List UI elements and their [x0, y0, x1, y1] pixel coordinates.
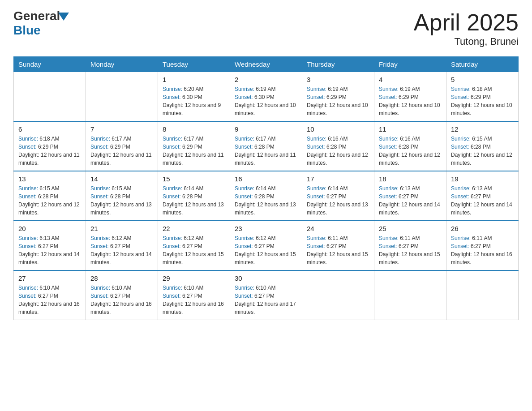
sunrise-value: 6:11 AM — [328, 235, 348, 241]
calendar-week-row: 20Sunrise: 6:13 AMSunset: 6:27 PMDayligh… — [14, 221, 519, 270]
calendar-day-cell: 27Sunrise: 6:10 AMSunset: 6:27 PMDayligh… — [14, 270, 86, 320]
day-info: Sunrise: 6:12 AMSunset: 6:27 PMDaylight:… — [163, 234, 225, 266]
day-info: Sunrise: 6:10 AMSunset: 6:27 PMDaylight:… — [18, 284, 81, 316]
calendar-day-cell: 21Sunrise: 6:12 AMSunset: 6:27 PMDayligh… — [86, 221, 158, 270]
day-info: Sunrise: 6:15 AMSunset: 6:28 PMDaylight:… — [451, 135, 514, 167]
day-info: Sunrise: 6:19 AMSunset: 6:30 PMDaylight:… — [235, 85, 297, 117]
day-number: 4 — [379, 76, 442, 83]
day-number: 22 — [163, 225, 225, 232]
page-header: General Blue April 2025 Tutong, Brunei — [13, 9, 519, 47]
sunset-label: Sunset: — [379, 193, 399, 200]
sunrise-value: 6:12 AM — [256, 235, 275, 241]
day-number: 13 — [18, 175, 81, 183]
weekday-header-saturday: Saturday — [446, 57, 519, 72]
calendar-week-row: 27Sunrise: 6:10 AMSunset: 6:27 PMDayligh… — [14, 270, 519, 320]
day-number: 23 — [235, 225, 297, 232]
sunrise-label: Sunrise: — [235, 136, 256, 142]
calendar-day-cell: 18Sunrise: 6:13 AMSunset: 6:27 PMDayligh… — [374, 171, 446, 221]
daylight-text: Daylight: 12 hours and 15 minutes. — [235, 251, 296, 265]
sunrise-label: Sunrise: — [163, 185, 184, 192]
day-info: Sunrise: 6:18 AMSunset: 6:29 PMDaylight:… — [451, 85, 514, 117]
calendar-week-row: 13Sunrise: 6:15 AMSunset: 6:28 PMDayligh… — [14, 171, 519, 221]
sunrise-label: Sunrise: — [163, 86, 184, 92]
sunrise-value: 6:19 AM — [328, 86, 348, 92]
logo: General Blue — [13, 9, 69, 38]
logo-triangle-icon — [58, 13, 69, 21]
daylight-text: Daylight: 12 hours and 15 minutes. — [163, 251, 224, 265]
day-info: Sunrise: 6:20 AMSunset: 6:30 PMDaylight:… — [163, 85, 225, 117]
sunrise-value: 6:10 AM — [184, 285, 203, 291]
sunrise-label: Sunrise: — [18, 235, 39, 241]
sunset-value: 6:27 PM — [326, 243, 347, 249]
daylight-text: Daylight: 12 hours and 11 minutes. — [163, 152, 224, 166]
day-info: Sunrise: 6:14 AMSunset: 6:27 PMDaylight:… — [307, 184, 369, 217]
logo-general-text: General — [13, 9, 60, 23]
sunrise-label: Sunrise: — [235, 235, 256, 241]
sunrise-value: 6:10 AM — [39, 285, 59, 291]
sunrise-label: Sunrise: — [90, 136, 112, 142]
weekday-header-friday: Friday — [374, 57, 446, 72]
calendar-day-cell: 1Sunrise: 6:20 AMSunset: 6:30 PMDaylight… — [158, 72, 230, 122]
sunrise-label: Sunrise: — [451, 86, 472, 92]
sunset-value: 6:27 PM — [38, 293, 58, 299]
sunset-label: Sunset: — [451, 94, 471, 100]
day-number: 19 — [451, 175, 514, 183]
weekday-header-wednesday: Wednesday — [230, 57, 302, 72]
sunset-label: Sunset: — [379, 94, 399, 100]
day-number: 21 — [90, 225, 153, 232]
sunrise-value: 6:15 AM — [112, 185, 131, 192]
day-info: Sunrise: 6:17 AMSunset: 6:28 PMDaylight:… — [235, 135, 297, 167]
daylight-text: Daylight: 12 hours and 11 minutes. — [90, 152, 152, 166]
sunset-label: Sunset: — [451, 243, 471, 249]
day-info: Sunrise: 6:13 AMSunset: 6:27 PMDaylight:… — [379, 184, 442, 217]
sunrise-label: Sunrise: — [307, 136, 328, 142]
sunset-value: 6:27 PM — [110, 293, 130, 299]
day-info: Sunrise: 6:10 AMSunset: 6:27 PMDaylight:… — [90, 284, 153, 316]
day-number: 7 — [90, 125, 153, 133]
sunrise-label: Sunrise: — [163, 235, 184, 241]
day-number: 17 — [307, 175, 369, 183]
day-number: 12 — [451, 125, 514, 133]
day-number: 9 — [235, 125, 297, 133]
sunset-value: 6:27 PM — [182, 293, 202, 299]
calendar-day-cell — [86, 72, 158, 122]
daylight-text: Daylight: 12 hours and 10 minutes. — [451, 102, 512, 116]
daylight-text: Daylight: 12 hours and 14 minutes. — [451, 201, 512, 216]
calendar-day-cell: 30Sunrise: 6:10 AMSunset: 6:27 PMDayligh… — [230, 270, 302, 320]
sunset-label: Sunset: — [163, 94, 182, 100]
sunrise-value: 6:13 AM — [400, 185, 420, 192]
calendar-day-cell: 8Sunrise: 6:17 AMSunset: 6:29 PMDaylight… — [158, 121, 230, 171]
daylight-text: Daylight: 12 hours and 10 minutes. — [379, 102, 440, 116]
calendar-day-cell: 26Sunrise: 6:11 AMSunset: 6:27 PMDayligh… — [446, 221, 519, 270]
calendar-day-cell: 5Sunrise: 6:18 AMSunset: 6:29 PMDaylight… — [446, 72, 519, 122]
day-info: Sunrise: 6:12 AMSunset: 6:27 PMDaylight:… — [235, 234, 297, 266]
daylight-text: Daylight: 12 hours and 15 minutes. — [307, 251, 368, 265]
calendar-day-cell — [14, 72, 86, 122]
sunrise-value: 6:10 AM — [256, 285, 275, 291]
title-block: April 2025 Tutong, Brunei — [414, 9, 519, 47]
day-info: Sunrise: 6:17 AMSunset: 6:29 PMDaylight:… — [90, 135, 153, 167]
sunrise-label: Sunrise: — [235, 86, 256, 92]
sunset-label: Sunset: — [90, 193, 110, 200]
sunset-label: Sunset: — [307, 94, 326, 100]
sunrise-value: 6:13 AM — [472, 185, 492, 192]
sunset-label: Sunset: — [90, 144, 110, 150]
sunset-value: 6:28 PM — [471, 144, 491, 150]
sunset-value: 6:28 PM — [182, 193, 202, 200]
sunset-value: 6:28 PM — [254, 144, 275, 150]
sunrise-label: Sunrise: — [451, 235, 472, 241]
sunrise-value: 6:20 AM — [184, 86, 203, 92]
daylight-text: Daylight: 12 hours and 14 minutes. — [90, 251, 152, 265]
daylight-text: Daylight: 12 hours and 10 minutes. — [307, 102, 368, 116]
sunset-value: 6:30 PM — [182, 94, 202, 100]
day-number: 18 — [379, 175, 442, 183]
day-number: 11 — [379, 125, 442, 133]
daylight-text: Daylight: 12 hours and 16 minutes. — [451, 251, 512, 265]
day-number: 26 — [451, 225, 514, 232]
sunrise-value: 6:13 AM — [39, 235, 59, 241]
daylight-text: Daylight: 12 hours and 15 minutes. — [379, 251, 440, 265]
sunset-label: Sunset: — [90, 293, 110, 299]
sunset-value: 6:27 PM — [471, 193, 491, 200]
sunset-value: 6:28 PM — [254, 193, 275, 200]
sunrise-value: 6:19 AM — [400, 86, 420, 92]
